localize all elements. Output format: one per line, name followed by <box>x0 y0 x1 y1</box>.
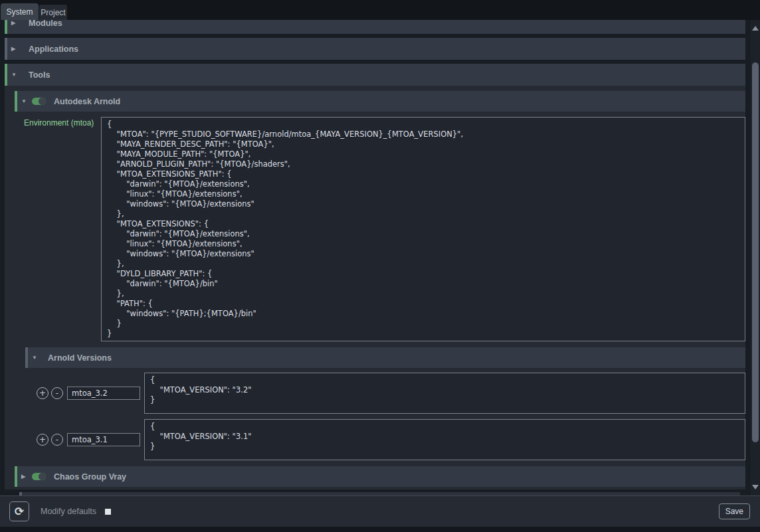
version-json-editor[interactable]: { "MTOA_VERSION": "3.1" } <box>144 419 745 460</box>
vray-enabled-toggle[interactable] <box>32 473 46 480</box>
scroll-up-arrow-icon[interactable] <box>752 26 759 31</box>
tab-system[interactable]: System <box>1 3 39 20</box>
section-label: Arnold Versions <box>48 353 112 363</box>
section-label: Applications <box>29 44 78 54</box>
version-key-input[interactable] <box>67 433 140 446</box>
section-header-tools[interactable]: ▼ Tools <box>5 64 745 86</box>
environment-json-editor[interactable]: { "MTOA": "{PYPE_STUDIO_SOFTWARE}/arnold… <box>101 117 745 341</box>
footer-bar: ⟳ Modify defaults Save <box>0 495 760 527</box>
toggle-knob <box>39 98 46 105</box>
settings-window: System Project ▶ Modules ▶ Applications … <box>0 0 760 532</box>
chevron-down-icon: ▼ <box>11 72 21 78</box>
add-item-button[interactable]: + <box>37 434 48 446</box>
version-row: + - { "MTOA_VERSION": "3.1" } <box>37 419 745 460</box>
settings-content: ▶ Modules ▶ Applications ▼ Tools ▼ Autod… <box>0 20 751 495</box>
tab-project[interactable]: Project <box>39 5 67 20</box>
section-label: Autodesk Arnold <box>54 97 120 106</box>
remove-item-button[interactable]: - <box>51 434 63 446</box>
section-header-chaos-group-vray[interactable]: ▶ Chaos Group Vray <box>15 466 745 487</box>
arnold-enabled-toggle[interactable] <box>32 98 46 105</box>
chevron-right-icon: ▶ <box>21 474 31 480</box>
version-row: + - { "MTOA_VERSION": "3.2" } <box>37 373 745 414</box>
modify-defaults-label: Modify defaults <box>41 507 96 516</box>
chevron-right-icon: ▶ <box>11 46 21 52</box>
section-header-arnold-versions[interactable]: ▼ Arnold Versions <box>25 347 745 368</box>
tab-bar: System Project <box>0 0 760 20</box>
scrollbar-thumb[interactable] <box>752 62 759 442</box>
section-label: Chaos Group Vray <box>54 472 126 482</box>
chevron-down-icon: ▼ <box>32 355 41 361</box>
section-label: Tools <box>29 70 50 80</box>
save-button[interactable]: Save <box>719 503 750 519</box>
settings-scroll-area: ▶ Modules ▶ Applications ▼ Tools ▼ Autod… <box>0 20 751 495</box>
remove-item-button[interactable]: - <box>51 387 63 399</box>
toggle-knob <box>39 473 46 480</box>
chevron-right-icon: ▶ <box>11 20 21 26</box>
section-header-autodesk-arnold[interactable]: ▼ Autodesk Arnold <box>15 91 745 112</box>
scroll-down-arrow-icon[interactable] <box>752 485 759 489</box>
modify-defaults-checkbox[interactable] <box>105 509 111 515</box>
section-label: Modules <box>29 20 62 28</box>
environment-row: Environment (mtoa) { "MTOA": "{PYPE_STUD… <box>24 117 745 341</box>
section-header-modules[interactable]: ▶ Modules <box>5 20 745 34</box>
section-header-applications[interactable]: ▶ Applications <box>5 38 745 60</box>
environment-label: Environment (mtoa) <box>24 117 101 341</box>
refresh-icon[interactable]: ⟳ <box>9 501 29 521</box>
add-item-button[interactable]: + <box>37 387 48 399</box>
tools-section-content: ▼ Autodesk Arnold Environment (mtoa) { "… <box>5 86 745 489</box>
chevron-down-icon: ▼ <box>21 98 31 104</box>
version-key-input[interactable] <box>67 387 140 400</box>
vertical-scrollbar[interactable] <box>751 20 760 495</box>
version-json-editor[interactable]: { "MTOA_VERSION": "3.2" } <box>144 373 745 414</box>
